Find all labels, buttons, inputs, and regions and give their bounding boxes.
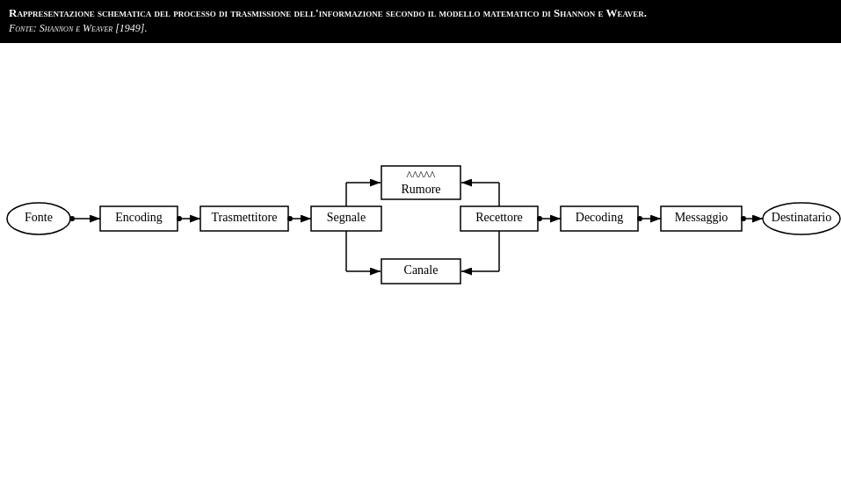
header-source: Fonte: Shannon e Weaver [1949]. bbox=[9, 21, 832, 36]
dot-fonte bbox=[69, 216, 75, 221]
source-citation: Shannon e Weaver [1949]. bbox=[40, 22, 148, 34]
destinatario-label: Destinatario bbox=[772, 211, 831, 224]
recettore-label: Recettore bbox=[475, 211, 523, 224]
dot-messaggio bbox=[741, 216, 746, 221]
dot-trasm bbox=[287, 216, 293, 221]
diagram-svg: Fonte Encoding Trasmettitore Segnale ^^^… bbox=[0, 43, 841, 447]
fonte-label: Fonte bbox=[25, 211, 53, 224]
header: Rappresentazione schematica del processo… bbox=[0, 0, 841, 43]
dot-recettore bbox=[537, 216, 542, 221]
rumore-label-text: Rumore bbox=[401, 183, 440, 196]
trasmettitore-label: Trasmettitore bbox=[212, 211, 278, 224]
segnale-label: Segnale bbox=[327, 211, 366, 224]
source-label: Fonte: bbox=[9, 22, 37, 34]
header-title: Rappresentazione schematica del processo… bbox=[9, 5, 832, 21]
diagram-area: Fonte Encoding Trasmettitore Segnale ^^^… bbox=[0, 43, 841, 447]
canale-label: Canale bbox=[404, 263, 439, 277]
decoding-label: Decoding bbox=[576, 211, 623, 224]
rumore-label-carets: ^^^^^ bbox=[407, 169, 436, 183]
dot-decoding bbox=[637, 216, 642, 221]
dot-encoding bbox=[177, 216, 182, 221]
encoding-label: Encoding bbox=[115, 211, 163, 224]
messaggio-label: Messaggio bbox=[675, 211, 729, 224]
